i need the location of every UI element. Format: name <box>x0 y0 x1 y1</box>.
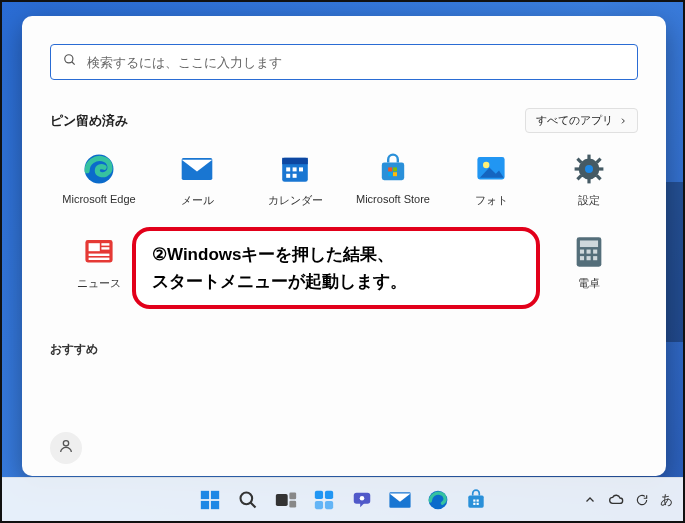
svg-rect-56 <box>324 500 332 508</box>
search-icon <box>63 53 77 71</box>
taskbar-chat-button[interactable] <box>347 485 377 515</box>
taskbar-widgets-button[interactable] <box>309 485 339 515</box>
svg-rect-62 <box>468 495 483 507</box>
app-tile-calculator[interactable]: 電卓 <box>540 230 638 295</box>
app-tile-store[interactable]: Microsoft Store <box>344 147 442 212</box>
svg-rect-42 <box>593 256 597 260</box>
svg-point-20 <box>585 165 593 173</box>
svg-rect-40 <box>580 256 584 260</box>
svg-line-49 <box>250 502 255 507</box>
svg-line-1 <box>72 62 75 65</box>
svg-rect-50 <box>275 494 287 506</box>
svg-rect-52 <box>289 500 296 507</box>
svg-rect-15 <box>393 172 397 176</box>
svg-rect-41 <box>587 256 591 260</box>
ime-indicator[interactable]: あ <box>660 491 673 509</box>
taskbar-center-items <box>195 485 491 515</box>
svg-point-0 <box>65 55 73 63</box>
app-tile-settings[interactable]: 設定 <box>540 147 638 212</box>
annotation-callout: ②Windowsキーを押した結果、 スタートメニューが起動します。 <box>132 227 540 309</box>
callout-line-2: スタートメニューが起動します。 <box>152 268 520 295</box>
svg-point-48 <box>240 492 252 504</box>
svg-rect-8 <box>299 167 303 171</box>
taskbar-taskview-button[interactable] <box>271 485 301 515</box>
app-label: フォト <box>475 193 508 208</box>
svg-rect-63 <box>473 499 475 501</box>
app-tile-mail[interactable]: メール <box>148 147 246 212</box>
svg-rect-66 <box>476 502 478 504</box>
app-label: Microsoft Store <box>356 193 430 205</box>
svg-rect-37 <box>580 250 584 254</box>
store-icon <box>375 151 411 187</box>
svg-rect-7 <box>293 167 297 171</box>
tray-chevron-up-icon[interactable] <box>582 492 598 508</box>
app-label: 電卓 <box>578 276 600 291</box>
svg-rect-12 <box>388 167 392 171</box>
app-label: カレンダー <box>268 193 323 208</box>
svg-rect-51 <box>289 492 296 499</box>
person-icon <box>58 438 74 458</box>
all-apps-label: すべてのアプリ <box>536 113 613 128</box>
search-input[interactable] <box>87 55 625 70</box>
gear-icon <box>571 151 607 187</box>
svg-point-59 <box>359 495 364 500</box>
svg-rect-38 <box>587 250 591 254</box>
svg-rect-32 <box>101 247 109 249</box>
taskbar-search-button[interactable] <box>233 485 263 515</box>
search-box[interactable] <box>50 44 638 80</box>
taskbar-start-button[interactable] <box>195 485 225 515</box>
recommended-section-title: おすすめ <box>50 341 638 358</box>
svg-rect-65 <box>473 502 475 504</box>
svg-rect-44 <box>200 490 208 498</box>
taskbar: あ <box>2 477 683 521</box>
calendar-icon <box>277 151 313 187</box>
svg-rect-24 <box>598 167 604 170</box>
chevron-right-icon <box>619 115 627 127</box>
svg-rect-6 <box>286 167 290 171</box>
photos-icon <box>473 151 509 187</box>
all-apps-button[interactable]: すべてのアプリ <box>525 108 638 133</box>
svg-rect-22 <box>587 178 590 184</box>
svg-rect-33 <box>89 254 110 256</box>
svg-rect-36 <box>580 240 598 247</box>
svg-point-17 <box>483 162 489 168</box>
taskbar-store-button[interactable] <box>461 485 491 515</box>
app-label: メール <box>181 193 214 208</box>
svg-rect-14 <box>388 172 392 176</box>
callout-line-1: ②Windowsキーを押した結果、 <box>152 241 520 268</box>
app-label: 設定 <box>578 193 600 208</box>
svg-rect-64 <box>476 499 478 501</box>
taskbar-tray[interactable]: あ <box>582 491 673 509</box>
app-label: Microsoft Edge <box>62 193 135 205</box>
svg-rect-54 <box>324 490 332 498</box>
mail-icon <box>179 151 215 187</box>
app-tile-calendar[interactable]: カレンダー <box>246 147 344 212</box>
svg-rect-9 <box>286 174 290 178</box>
taskbar-mail-button[interactable] <box>385 485 415 515</box>
svg-rect-23 <box>575 167 581 170</box>
svg-rect-45 <box>210 490 218 498</box>
svg-rect-53 <box>314 490 322 498</box>
svg-rect-5 <box>282 158 308 164</box>
svg-marker-58 <box>360 502 365 507</box>
edge-icon <box>81 151 117 187</box>
svg-rect-34 <box>89 258 110 260</box>
taskbar-edge-button[interactable] <box>423 485 453 515</box>
svg-rect-10 <box>293 174 297 178</box>
svg-rect-55 <box>314 500 322 508</box>
start-menu-footer <box>50 424 638 464</box>
app-tile-photos[interactable]: フォト <box>442 147 540 212</box>
pinned-section-title: ピン留め済み <box>50 112 128 130</box>
svg-rect-46 <box>200 500 208 508</box>
app-tile-edge[interactable]: Microsoft Edge <box>50 147 148 212</box>
app-label: ニュース <box>77 276 121 291</box>
user-account-button[interactable] <box>50 432 82 464</box>
cloud-icon[interactable] <box>608 492 624 508</box>
svg-rect-39 <box>593 250 597 254</box>
sync-icon[interactable] <box>634 492 650 508</box>
svg-rect-31 <box>101 243 109 245</box>
svg-rect-21 <box>587 155 590 161</box>
calculator-icon <box>571 234 607 270</box>
svg-rect-30 <box>89 243 100 251</box>
svg-rect-13 <box>393 167 397 171</box>
